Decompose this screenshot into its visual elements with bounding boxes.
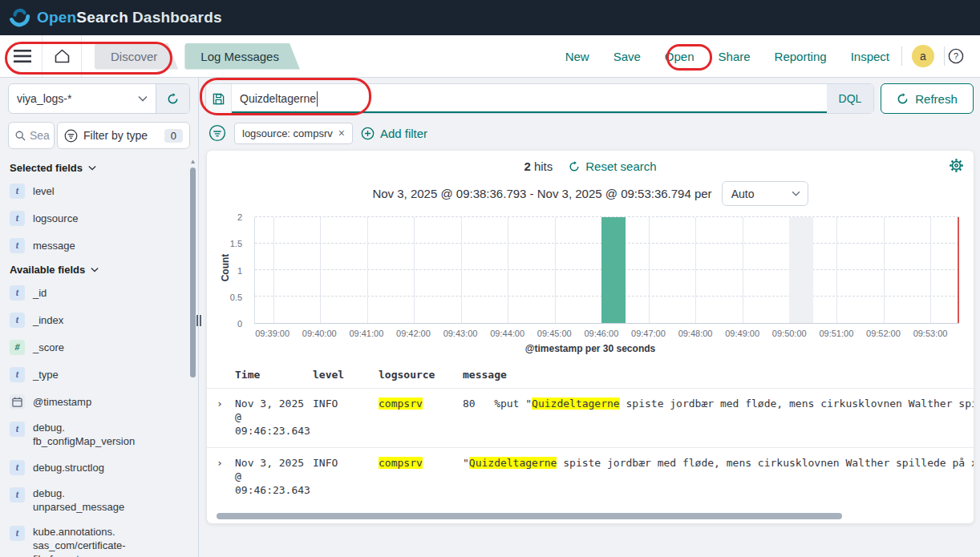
remove-filter-icon[interactable]: × [338,127,345,139]
save-button[interactable]: Save [601,50,653,63]
home-button[interactable] [47,42,76,71]
filter-row: logsource: compsrv × Add filter [199,117,980,151]
field-item-structlog[interactable]: t debug.structlog [10,454,179,481]
string-field-icon: t [10,184,25,199]
search-input[interactable]: Quizdeltagerne [232,84,827,113]
index-pattern-select[interactable]: viya_logs-* [8,83,190,114]
chevron-down-icon [138,95,148,102]
divider [81,35,82,77]
col-header-logsource[interactable]: logsource [379,369,463,381]
filter-pill-label: logsource: compsrv [242,127,333,139]
divider [901,46,902,66]
y-tick-label: 2 [237,212,242,222]
filter-list-icon[interactable] [209,124,226,142]
string-field-icon: t [10,367,25,382]
table-header-row: Time level logsource message [207,364,974,388]
save-icon [213,93,225,105]
field-item-timestamp[interactable]: @timestamp [10,388,179,415]
histogram-bar[interactable] [601,217,625,323]
x-gridline [743,217,743,323]
scrollbar-thumb[interactable] [190,168,196,377]
scroll-up-arrow[interactable]: ▲ [189,158,196,165]
horizontal-scrollbar[interactable] [217,513,842,519]
available-fields-header[interactable]: Available fields [10,264,179,276]
y-tick-label: 0.5 [230,293,242,302]
new-button[interactable]: New [553,50,601,63]
svg-text:?: ? [954,51,958,61]
chevron-down-icon [792,191,800,196]
refresh-button[interactable]: Refresh [881,83,974,114]
x-gridline [695,217,696,323]
interval-value: Auto [731,188,755,200]
string-field-icon: t [10,238,25,253]
x-tick-label: 09:39:00 [255,329,290,338]
search-query-text: Quizdeltagerne [240,92,316,105]
field-item-message[interactable]: t message [10,232,179,259]
share-button[interactable]: Share [707,50,763,63]
filter-icon [64,129,78,143]
selected-fields-label: Selected fields [10,162,83,174]
sidebar-scrollbar[interactable]: ▲ ▼ [189,158,196,551]
filter-by-type-button[interactable]: Filter by type 0 [57,122,190,149]
field-item-level[interactable]: t level [10,177,179,204]
number-field-icon: # [10,340,25,355]
field-item-logsource[interactable]: t logsource [10,204,179,232]
interval-select[interactable]: Auto [722,181,808,206]
x-tick-label: 09:51:00 [819,329,853,338]
breadcrumb-discover[interactable]: Discover [95,43,178,70]
col-header-message[interactable]: message [463,369,974,381]
x-gridline [649,217,650,323]
fields-sidebar: viya_logs-* Sea Filter by type 0 Selecte… [0,78,199,557]
selected-fields-header[interactable]: Selected fields [10,162,179,174]
open-button[interactable]: Open [653,50,707,63]
histogram-plot[interactable] [254,217,959,324]
field-search-input[interactable]: Sea [8,122,55,149]
field-item-id[interactable]: t _id [10,279,179,306]
field-item-certificate-file-format[interactable]: t kube.annotations.sas_com/certificate-f… [10,519,179,557]
string-field-icon: t [10,313,25,328]
x-tick-label: 09:40:00 [302,329,337,338]
inspect-button[interactable]: Inspect [839,50,901,63]
expand-row-icon[interactable]: › [215,397,235,410]
string-field-icon: t [10,526,25,541]
string-field-icon: t [10,211,25,226]
saved-query-button[interactable] [206,84,232,113]
field-item-unparsed-message[interactable]: t debug.unparsed_message [10,481,179,519]
x-tick-label: 09:46:00 [584,329,618,338]
cell-logsource: compsrv [379,456,463,470]
available-fields-label: Available fields [10,264,85,276]
x-gridline [836,217,837,323]
filter-by-type-label: Filter by type [83,129,148,142]
string-field-icon: t [10,487,25,503]
input-focus-underline [232,111,827,113]
field-item-index[interactable]: t _index [10,306,179,333]
hits-label: hits [534,159,553,173]
dql-button[interactable]: DQL [827,84,873,113]
col-header-time[interactable]: Time [235,369,313,381]
hits-row: 2 hits Reset search [207,151,974,173]
field-item-fb-configmap-version[interactable]: t debug.fb_configMap_version [10,415,179,454]
hits-count: 2 [524,159,530,173]
sidebar-resize-handle[interactable] [196,315,201,326]
refresh-index-button[interactable] [156,84,189,113]
cell-message: 80 %put "Quizdeltagerne spiste jordbær m… [463,397,974,410]
x-gridline [414,217,415,323]
add-filter-button[interactable]: Add filter [361,127,427,140]
menu-button[interactable] [8,42,37,71]
reset-icon [569,161,580,172]
y-tick-label: 1.5 [230,239,242,248]
gear-icon[interactable] [949,158,964,173]
x-gridline [555,217,556,323]
field-item-score[interactable]: # _score [10,333,179,361]
help-icon[interactable]: ? [948,48,964,64]
reporting-button[interactable]: Reporting [763,50,839,63]
reset-search-button[interactable]: Reset search [569,159,656,173]
text-cursor [317,91,318,107]
histogram-chart: Count 00.511.52 09:39:0009:40:0009:41:00… [207,216,974,340]
col-header-level[interactable]: level [313,369,379,381]
tab-log-messages[interactable]: Log Messages [184,43,300,70]
filter-pill-logsource[interactable]: logsource: compsrv × [234,123,353,144]
field-item-type[interactable]: t _type [10,361,179,388]
expand-row-icon[interactable]: › [215,456,235,470]
user-avatar[interactable]: a [912,45,934,67]
